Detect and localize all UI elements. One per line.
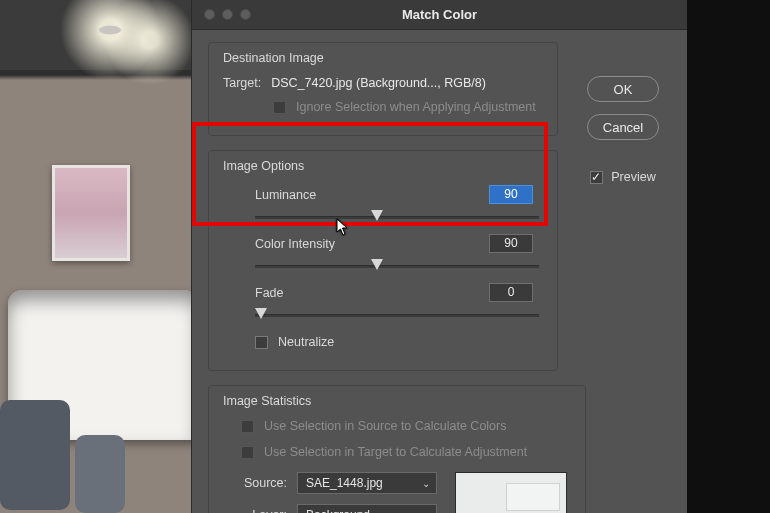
color-intensity-slider: Color Intensity 90 (255, 234, 539, 273)
luminance-label: Luminance (255, 188, 316, 202)
source-thumbnail (455, 472, 567, 513)
source-value: SAE_1448.jpg (306, 476, 383, 490)
luminance-track[interactable] (255, 210, 539, 224)
neutralize-checkbox[interactable] (255, 336, 268, 349)
target-value: DSC_7420.jpg (Background..., RGB/8) (271, 76, 486, 90)
destination-legend: Destination Image (223, 51, 324, 65)
fade-label: Fade (255, 286, 284, 300)
preview-checkbox[interactable] (590, 171, 603, 184)
color-intensity-input[interactable]: 90 (489, 234, 533, 253)
use-target-checkbox (241, 446, 254, 459)
layer-value: Background (306, 508, 370, 513)
luminance-input[interactable]: 90 (489, 185, 533, 204)
chevron-down-icon: ⌄ (422, 510, 430, 514)
ok-button[interactable]: OK (587, 76, 659, 102)
color-intensity-thumb[interactable] (371, 259, 383, 270)
image-options-group: Image Options Luminance 90 Color Intensi… (208, 150, 558, 371)
color-intensity-track[interactable] (255, 259, 539, 273)
cancel-button[interactable]: Cancel (587, 114, 659, 140)
fade-thumb[interactable] (255, 308, 267, 319)
luminance-slider: Luminance 90 (255, 185, 539, 224)
fade-input[interactable]: 0 (489, 283, 533, 302)
dialog-right-column: OK Cancel Preview (577, 76, 669, 184)
use-target-label: Use Selection in Target to Calculate Adj… (264, 445, 527, 459)
fade-slider: Fade 0 (255, 283, 539, 322)
use-source-label: Use Selection in Source to Calculate Col… (264, 419, 506, 433)
fade-track[interactable] (255, 308, 539, 322)
neutralize-label: Neutralize (278, 335, 334, 349)
close-icon[interactable] (204, 9, 215, 20)
use-source-checkbox (241, 420, 254, 433)
layer-label: Layer: (227, 508, 287, 513)
target-label: Target: (223, 76, 261, 90)
preview-label: Preview (611, 170, 655, 184)
image-statistics-group: Image Statistics Use Selection in Source… (208, 385, 586, 513)
source-label: Source: (227, 476, 287, 490)
match-color-dialog: Match Color OK Cancel Preview Destinatio… (191, 0, 687, 513)
chevron-down-icon: ⌄ (422, 478, 430, 489)
window-traffic-lights (204, 9, 251, 20)
letterbox-right (687, 0, 770, 513)
zoom-icon[interactable] (240, 9, 251, 20)
image-statistics-legend: Image Statistics (223, 394, 311, 408)
dialog-titlebar: Match Color (192, 0, 687, 30)
ignore-selection-checkbox (273, 101, 286, 114)
color-intensity-label: Color Intensity (255, 237, 335, 251)
ignore-selection-label: Ignore Selection when Applying Adjustmen… (296, 100, 536, 114)
layer-select[interactable]: Background ⌄ (297, 504, 437, 513)
source-select[interactable]: SAE_1448.jpg ⌄ (297, 472, 437, 494)
minimize-icon[interactable] (222, 9, 233, 20)
destination-image-group: Destination Image Target: DSC_7420.jpg (… (208, 42, 558, 136)
dialog-title: Match Color (402, 7, 477, 22)
luminance-thumb[interactable] (371, 210, 383, 221)
image-options-legend: Image Options (223, 159, 304, 173)
